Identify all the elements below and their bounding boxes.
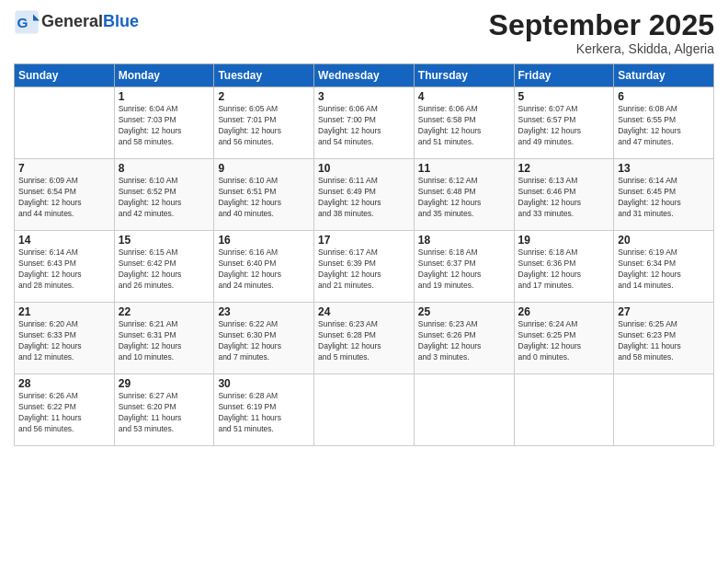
calendar-cell: 20Sunrise: 6:19 AM Sunset: 6:34 PM Dayli… [614,231,714,303]
day-info: Sunrise: 6:06 AM Sunset: 7:00 PM Dayligh… [318,104,410,148]
day-info: Sunrise: 6:18 AM Sunset: 6:36 PM Dayligh… [518,247,610,292]
day-number: 15 [119,234,210,247]
logo-blue-text: Blue [103,12,139,30]
day-number: 4 [418,90,510,103]
calendar-cell: 28Sunrise: 6:26 AM Sunset: 6:22 PM Dayli… [15,374,115,446]
day-info: Sunrise: 6:10 AM Sunset: 6:51 PM Dayligh… [218,176,310,220]
calendar-table: Sunday Monday Tuesday Wednesday Thursday… [14,63,714,446]
day-info: Sunrise: 6:18 AM Sunset: 6:37 PM Dayligh… [418,247,510,292]
calendar-cell: 24Sunrise: 6:23 AM Sunset: 6:28 PM Dayli… [314,303,415,374]
day-number: 16 [218,234,310,247]
day-info: Sunrise: 6:13 AM Sunset: 6:46 PM Dayligh… [518,176,610,220]
day-info: Sunrise: 6:06 AM Sunset: 6:58 PM Dayligh… [418,104,510,148]
header-saturday: Saturday [614,64,714,87]
day-info: Sunrise: 6:21 AM Sunset: 6:31 PM Dayligh… [119,319,210,363]
calendar-cell: 13Sunrise: 6:14 AM Sunset: 6:45 PM Dayli… [614,159,714,231]
day-info: Sunrise: 6:14 AM Sunset: 6:43 PM Dayligh… [18,247,110,292]
calendar-cell: 8Sunrise: 6:10 AM Sunset: 6:52 PM Daylig… [114,159,214,231]
day-info: Sunrise: 6:25 AM Sunset: 6:23 PM Dayligh… [618,319,710,363]
calendar-cell: 11Sunrise: 6:12 AM Sunset: 6:48 PM Dayli… [414,159,514,231]
day-number: 3 [318,90,410,103]
day-info: Sunrise: 6:15 AM Sunset: 6:42 PM Dayligh… [119,247,210,292]
month-title: September 2025 [489,9,714,41]
day-number: 10 [318,162,410,175]
calendar-cell: 1Sunrise: 6:04 AM Sunset: 7:03 PM Daylig… [114,87,214,159]
day-number: 19 [518,234,610,247]
calendar-cell: 23Sunrise: 6:22 AM Sunset: 6:30 PM Dayli… [214,303,314,374]
header-friday: Friday [514,64,614,87]
header-wednesday: Wednesday [314,64,415,87]
day-number: 28 [18,377,110,390]
header-sunday: Sunday [15,64,115,87]
calendar-cell: 5Sunrise: 6:07 AM Sunset: 6:57 PM Daylig… [514,87,614,159]
calendar-cell: 19Sunrise: 6:18 AM Sunset: 6:36 PM Dayli… [514,231,614,303]
calendar-cell: 14Sunrise: 6:14 AM Sunset: 6:43 PM Dayli… [15,231,115,303]
calendar-cell: 26Sunrise: 6:24 AM Sunset: 6:25 PM Dayli… [514,303,614,374]
day-info: Sunrise: 6:28 AM Sunset: 6:19 PM Dayligh… [218,391,310,435]
day-info: Sunrise: 6:22 AM Sunset: 6:30 PM Dayligh… [218,319,310,363]
day-info: Sunrise: 6:23 AM Sunset: 6:28 PM Dayligh… [318,319,410,363]
calendar-cell: 10Sunrise: 6:11 AM Sunset: 6:49 PM Dayli… [314,159,415,231]
calendar-cell [514,374,614,446]
day-number: 18 [418,234,510,247]
day-info: Sunrise: 6:16 AM Sunset: 6:40 PM Dayligh… [218,247,310,292]
calendar-cell: 16Sunrise: 6:16 AM Sunset: 6:40 PM Dayli… [214,231,314,303]
day-info: Sunrise: 6:04 AM Sunset: 7:03 PM Dayligh… [119,104,210,148]
day-info: Sunrise: 6:17 AM Sunset: 6:39 PM Dayligh… [318,247,410,292]
day-number: 12 [518,162,610,175]
day-number: 6 [618,90,710,103]
day-number: 2 [218,90,310,103]
day-number: 1 [119,90,210,103]
logo-general-text: General [41,12,103,30]
day-info: Sunrise: 6:20 AM Sunset: 6:33 PM Dayligh… [18,319,110,363]
day-info: Sunrise: 6:26 AM Sunset: 6:22 PM Dayligh… [18,391,110,435]
day-info: Sunrise: 6:10 AM Sunset: 6:52 PM Dayligh… [119,176,210,220]
calendar-cell: 18Sunrise: 6:18 AM Sunset: 6:37 PM Dayli… [414,231,514,303]
calendar-cell [414,374,514,446]
calendar-cell: 12Sunrise: 6:13 AM Sunset: 6:46 PM Dayli… [514,159,614,231]
calendar-week-row: 7Sunrise: 6:09 AM Sunset: 6:54 PM Daylig… [15,159,714,231]
day-number: 20 [618,234,710,247]
day-info: Sunrise: 6:19 AM Sunset: 6:34 PM Dayligh… [618,247,710,292]
calendar-cell: 2Sunrise: 6:05 AM Sunset: 7:01 PM Daylig… [214,87,314,159]
calendar-cell: 6Sunrise: 6:08 AM Sunset: 6:55 PM Daylig… [614,87,714,159]
calendar-cell: 30Sunrise: 6:28 AM Sunset: 6:19 PM Dayli… [214,374,314,446]
svg-text:G: G [17,15,28,30]
calendar-cell: 27Sunrise: 6:25 AM Sunset: 6:23 PM Dayli… [614,303,714,374]
day-number: 25 [418,305,510,318]
calendar-cell: 3Sunrise: 6:06 AM Sunset: 7:00 PM Daylig… [314,87,415,159]
day-number: 21 [18,305,110,318]
day-info: Sunrise: 6:11 AM Sunset: 6:49 PM Dayligh… [318,176,410,220]
calendar-cell: 17Sunrise: 6:17 AM Sunset: 6:39 PM Dayli… [314,231,415,303]
calendar-cell [314,374,415,446]
calendar-week-row: 14Sunrise: 6:14 AM Sunset: 6:43 PM Dayli… [15,231,714,303]
day-number: 27 [618,305,710,318]
calendar-cell: 29Sunrise: 6:27 AM Sunset: 6:20 PM Dayli… [114,374,214,446]
day-info: Sunrise: 6:09 AM Sunset: 6:54 PM Dayligh… [18,176,110,220]
day-number: 26 [518,305,610,318]
day-number: 24 [318,305,410,318]
title-block: September 2025 Kerkera, Skidda, Algeria [489,9,714,56]
calendar-cell: 21Sunrise: 6:20 AM Sunset: 6:33 PM Dayli… [15,303,115,374]
day-number: 8 [119,162,210,175]
day-info: Sunrise: 6:07 AM Sunset: 6:57 PM Dayligh… [518,104,610,148]
day-number: 5 [518,90,610,103]
calendar-cell: 25Sunrise: 6:23 AM Sunset: 6:26 PM Dayli… [414,303,514,374]
logo: G GeneralBlue [14,9,139,35]
header-monday: Monday [114,64,214,87]
day-info: Sunrise: 6:12 AM Sunset: 6:48 PM Dayligh… [418,176,510,220]
day-info: Sunrise: 6:08 AM Sunset: 6:55 PM Dayligh… [618,104,710,148]
logo-icon: G [14,9,40,35]
day-info: Sunrise: 6:05 AM Sunset: 7:01 PM Dayligh… [218,104,310,148]
calendar-cell: 9Sunrise: 6:10 AM Sunset: 6:51 PM Daylig… [214,159,314,231]
day-number: 29 [119,377,210,390]
calendar-week-row: 21Sunrise: 6:20 AM Sunset: 6:33 PM Dayli… [15,303,714,374]
day-number: 13 [618,162,710,175]
page-header: G GeneralBlue September 2025 Kerkera, Sk… [14,9,714,56]
calendar-cell: 4Sunrise: 6:06 AM Sunset: 6:58 PM Daylig… [414,87,514,159]
day-number: 30 [218,377,310,390]
calendar-cell: 15Sunrise: 6:15 AM Sunset: 6:42 PM Dayli… [114,231,214,303]
calendar-cell [614,374,714,446]
day-info: Sunrise: 6:27 AM Sunset: 6:20 PM Dayligh… [119,391,210,435]
day-info: Sunrise: 6:14 AM Sunset: 6:45 PM Dayligh… [618,176,710,220]
